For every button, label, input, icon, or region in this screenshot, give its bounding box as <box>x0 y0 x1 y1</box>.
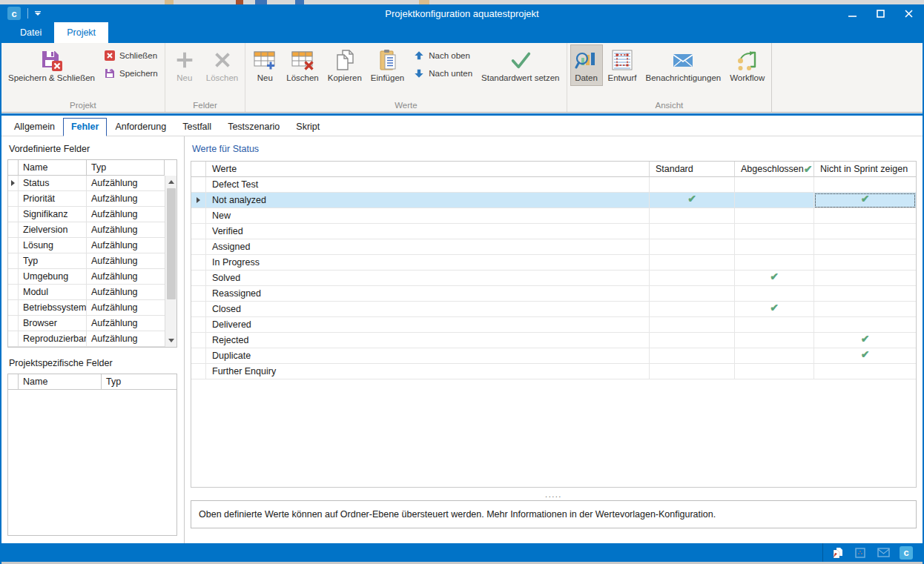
field-row[interactable]: SignifikanzAufzählung <box>8 207 165 222</box>
nicht-in-sprint-cell[interactable] <box>814 286 916 302</box>
nicht-in-sprint-cell[interactable] <box>814 208 916 224</box>
save-and-close-button[interactable]: Speichern & Schließen <box>4 44 99 86</box>
standard-cell[interactable] <box>650 224 735 239</box>
value-row[interactable]: Verified <box>191 224 916 239</box>
field-row[interactable]: StatusAufzählung <box>8 176 165 191</box>
field-typ-cell[interactable]: Aufzählung <box>87 269 165 285</box>
value-row[interactable]: New <box>191 208 916 224</box>
value-name-cell[interactable]: Defect Test <box>206 177 650 193</box>
standard-cell[interactable] <box>650 255 735 271</box>
abgeschlossen-cell[interactable] <box>735 364 814 379</box>
values-table-empty-area[interactable] <box>191 379 916 487</box>
value-row[interactable]: Rejected✔ <box>191 333 916 348</box>
value-delete-button[interactable]: Löschen <box>283 44 322 86</box>
field-name-cell[interactable]: Umgebung <box>19 269 87 285</box>
standard-cell[interactable] <box>650 271 735 286</box>
value-row[interactable]: Assigned <box>191 239 916 255</box>
standard-cell[interactable] <box>650 333 735 348</box>
tab-anforderung[interactable]: Anforderung <box>107 118 174 136</box>
abgeschlossen-cell[interactable] <box>735 177 814 193</box>
view-notifications-button[interactable]: Benachrichtigungen <box>642 44 725 86</box>
field-row[interactable]: ZielversionAufzählung <box>8 222 165 238</box>
nicht-in-sprint-cell[interactable] <box>814 255 916 271</box>
abgeschlossen-cell[interactable] <box>735 193 814 208</box>
value-name-cell[interactable]: Not analyzed <box>206 193 650 208</box>
column-header-nicht-in-sprint[interactable]: Nicht in Sprint zeigen <box>814 162 916 177</box>
field-typ-cell[interactable]: Aufzählung <box>87 222 165 238</box>
column-header-standard[interactable]: Standard <box>650 162 735 177</box>
field-typ-cell[interactable]: Aufzählung <box>87 285 165 300</box>
column-header-name[interactable]: Name <box>19 160 87 176</box>
standard-cell[interactable] <box>650 348 735 364</box>
standard-cell[interactable] <box>650 286 735 302</box>
value-name-cell[interactable]: Verified <box>206 224 650 239</box>
field-typ-cell[interactable]: Aufzählung <box>87 253 165 269</box>
abgeschlossen-cell[interactable] <box>735 208 814 224</box>
scroll-up-icon[interactable] <box>168 180 174 184</box>
move-up-button[interactable]: Nach oben <box>413 50 472 62</box>
field-typ-cell[interactable]: Aufzählung <box>87 207 165 222</box>
field-name-cell[interactable]: Typ <box>19 253 87 269</box>
field-row[interactable]: ModulAufzählung <box>8 285 165 300</box>
column-header-abgeschlossen[interactable]: Abgeschlossen ✔ <box>735 162 814 177</box>
nicht-in-sprint-cell[interactable] <box>814 302 916 317</box>
move-down-button[interactable]: Nach unten <box>413 67 472 79</box>
field-row[interactable]: BrowserAufzählung <box>8 316 165 331</box>
field-row[interactable]: PrioritätAufzählung <box>8 191 165 207</box>
panel-splitter-handle[interactable]: ..... <box>191 488 917 500</box>
value-row[interactable]: Duplicate✔ <box>191 348 916 364</box>
value-name-cell[interactable]: Duplicate <box>206 348 650 364</box>
field-name-cell[interactable]: Betriebssystem <box>19 300 87 316</box>
value-name-cell[interactable]: Rejected <box>206 333 650 348</box>
value-row[interactable]: Closed✔ <box>191 302 916 317</box>
field-row[interactable]: UmgebungAufzählung <box>8 269 165 285</box>
field-typ-cell[interactable]: Aufzählung <box>87 331 165 347</box>
status-app-logo-icon[interactable]: c <box>900 546 913 560</box>
save-project-button[interactable]: Speichern <box>104 67 158 79</box>
field-row[interactable]: LösungAufzählung <box>8 238 165 253</box>
abgeschlossen-cell[interactable] <box>735 255 814 271</box>
set-default-button[interactable]: Standardwert setzen <box>478 44 563 86</box>
minimize-button[interactable] <box>838 4 866 22</box>
standard-cell[interactable] <box>650 364 735 379</box>
fields-scrollbar[interactable] <box>165 176 176 347</box>
nicht-in-sprint-cell[interactable] <box>814 317 916 333</box>
field-name-cell[interactable]: Lösung <box>19 238 87 253</box>
maximize-button[interactable] <box>866 4 894 22</box>
field-row[interactable]: Reproduzierbar...Aufzählung <box>8 331 165 347</box>
field-name-cell[interactable]: Priorität <box>19 191 87 207</box>
value-row[interactable]: Further Enquiry <box>191 364 916 379</box>
column-header-typ[interactable]: Typ <box>87 160 165 176</box>
abgeschlossen-cell[interactable] <box>735 286 814 302</box>
value-name-cell[interactable]: Further Enquiry <box>206 364 650 379</box>
nicht-in-sprint-cell[interactable] <box>814 177 916 193</box>
tab-testszenario[interactable]: Testszenario <box>220 118 288 136</box>
value-row[interactable]: Defect Test <box>191 177 916 193</box>
value-name-cell[interactable]: In Progress <box>206 255 650 271</box>
abgeschlossen-cell[interactable] <box>735 317 814 333</box>
customize-quick-access-icon[interactable] <box>35 11 41 16</box>
field-name-cell[interactable]: Reproduzierbar... <box>19 331 87 347</box>
field-typ-cell[interactable]: Aufzählung <box>87 191 165 207</box>
field-name-cell[interactable]: Modul <box>19 285 87 300</box>
tab-fehler[interactable]: Fehler <box>63 118 108 136</box>
value-name-cell[interactable]: Closed <box>206 302 650 317</box>
project-fields-empty-area[interactable] <box>8 390 176 535</box>
column-header-typ[interactable]: Typ <box>102 374 176 390</box>
value-row[interactable]: In Progress <box>191 255 916 271</box>
status-grid-icon[interactable] <box>854 546 867 560</box>
value-name-cell[interactable]: New <box>206 208 650 224</box>
field-typ-cell[interactable]: Aufzählung <box>87 300 165 316</box>
close-project-button[interactable]: Schließen <box>104 50 158 62</box>
view-workflow-button[interactable]: Workflow <box>726 44 768 86</box>
standard-cell[interactable] <box>650 239 735 255</box>
value-row[interactable]: Not analyzed✔✔ <box>191 193 916 208</box>
status-copy-pages-icon[interactable] <box>831 546 844 560</box>
value-name-cell[interactable]: Delivered <box>206 317 650 333</box>
tab-allgemein[interactable]: Allgemein <box>6 118 63 136</box>
column-header-name[interactable]: Name <box>19 374 102 390</box>
value-copy-button[interactable]: Kopieren <box>324 44 366 86</box>
value-name-cell[interactable]: Reassigned <box>206 286 650 302</box>
status-envelope-icon[interactable] <box>877 546 890 560</box>
field-name-cell[interactable]: Status <box>19 176 87 191</box>
